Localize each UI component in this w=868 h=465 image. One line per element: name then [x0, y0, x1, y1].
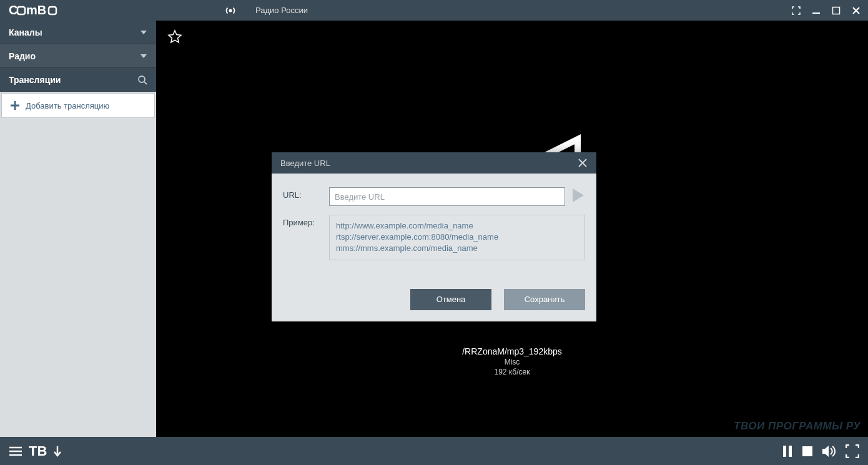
chevron-down-icon — [140, 53, 147, 59]
svg-point-4 — [229, 9, 232, 12]
watermark: ТВОИ ПРОГРАММЫ РУ — [734, 420, 861, 433]
sidebar-radio-label: Радио — [9, 51, 36, 61]
stream-path: /RRZonaM/mp3_192kbps — [462, 346, 562, 356]
dialog-header: Введите URL — [272, 152, 596, 174]
media-info: /RRZonaM/mp3_192kbps Misc 192 кб/сек — [462, 346, 562, 376]
mode-selector[interactable]: ТВ — [9, 443, 62, 459]
save-button[interactable]: Сохранить — [504, 289, 585, 310]
sidebar-streams-label: Трансляции — [9, 75, 61, 85]
expand-icon[interactable] — [791, 5, 802, 16]
pause-button[interactable] — [782, 445, 793, 458]
app-logo: C mB — [9, 4, 65, 17]
close-icon[interactable] — [851, 5, 862, 16]
plus-icon — [9, 100, 21, 111]
titlebar: C mB Радио России — [0, 0, 868, 21]
example-box: http://www.example.com/media_name rtsp:/… — [329, 215, 585, 260]
stream-bitrate: 192 кб/сек — [462, 368, 562, 376]
example-line1: http://www.example.com/media_name — [336, 220, 578, 232]
svg-rect-1 — [17, 7, 25, 14]
sidebar-section-streams[interactable]: Трансляции — [0, 68, 156, 92]
example-label: Пример: — [283, 215, 329, 227]
chevron-down-icon — [140, 29, 147, 36]
url-input[interactable] — [329, 187, 565, 206]
svg-point-7 — [139, 76, 145, 82]
sidebar-channels-label: Каналы — [9, 27, 42, 37]
dialog-close-icon[interactable] — [578, 158, 588, 168]
menu-icon — [9, 446, 22, 457]
broadcast-icon — [224, 4, 237, 17]
add-stream-button[interactable]: Добавить трансляцию — [1, 93, 155, 118]
example-line3: mms://mms.example.com/media_name — [336, 243, 578, 254]
maximize-icon[interactable] — [831, 5, 842, 16]
sidebar: Каналы Радио Трансляции Добавить трансля… — [0, 21, 156, 437]
url-label: URL: — [283, 187, 329, 200]
sidebar-section-radio[interactable]: Радио — [0, 44, 156, 68]
svg-line-8 — [144, 82, 147, 84]
play-url-button[interactable] — [571, 187, 585, 203]
volume-icon[interactable] — [822, 444, 837, 458]
cancel-button[interactable]: Отмена — [410, 289, 491, 310]
svg-rect-3 — [49, 7, 56, 14]
add-stream-label: Добавить трансляцию — [26, 101, 109, 110]
arrow-down-icon — [53, 446, 62, 457]
stop-button[interactable] — [802, 446, 813, 457]
url-dialog: Введите URL URL: Пример: http://www.exam… — [272, 152, 596, 321]
dialog-title: Введите URL — [280, 159, 330, 168]
svg-rect-15 — [783, 446, 786, 457]
svg-rect-6 — [833, 7, 840, 14]
now-playing-title: Радио России — [255, 6, 308, 15]
stream-category: Misc — [462, 358, 562, 366]
bottombar: ТВ — [0, 437, 868, 465]
svg-rect-16 — [789, 446, 792, 457]
svg-text:mB: mB — [26, 4, 46, 17]
svg-text:C: C — [9, 4, 17, 17]
sidebar-section-channels[interactable]: Каналы — [0, 21, 156, 44]
fullscreen-icon[interactable] — [846, 444, 859, 458]
favorite-star-icon[interactable] — [167, 29, 182, 44]
minimize-icon[interactable] — [811, 5, 822, 16]
example-line2: rtsp://server.example.com:8080/media_nam… — [336, 232, 578, 243]
mode-label: ТВ — [29, 443, 47, 459]
svg-rect-17 — [802, 446, 812, 456]
window-controls — [791, 5, 862, 16]
search-icon[interactable] — [137, 75, 147, 85]
